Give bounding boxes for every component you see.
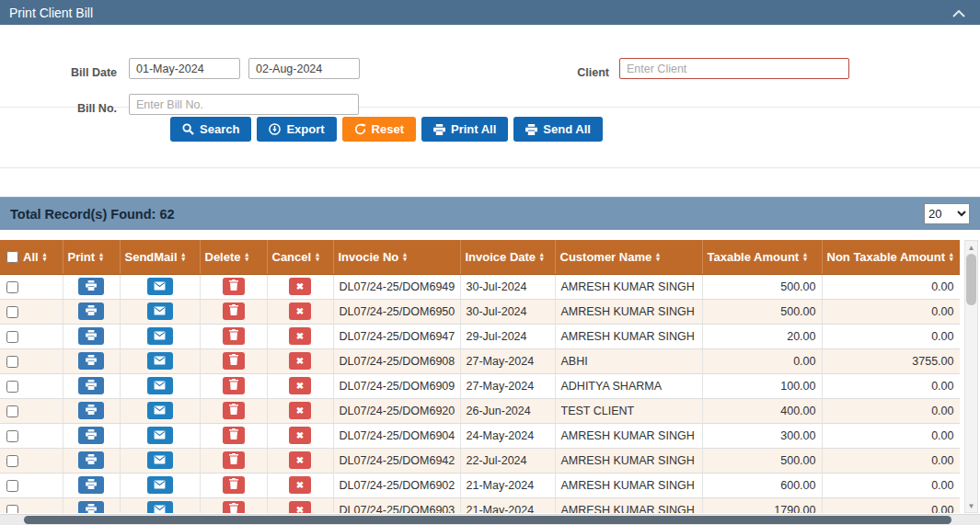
reset-button[interactable]: Reset xyxy=(342,117,416,142)
row-checkbox[interactable] xyxy=(6,331,18,343)
horizontal-scrollbar-thumb[interactable] xyxy=(24,516,951,524)
row-sendmail-button[interactable] xyxy=(147,451,173,469)
row-checkbox[interactable] xyxy=(6,455,18,467)
row-cancel-button[interactable]: ✖ xyxy=(289,352,311,370)
customer-name-cell: AMRESH KUMAR SINGH xyxy=(555,448,702,473)
row-sendmail-button[interactable] xyxy=(147,327,173,345)
row-print-button[interactable] xyxy=(78,427,104,444)
row-delete-button[interactable] xyxy=(223,427,245,444)
sort-icon[interactable]: ▴▾ xyxy=(43,252,47,261)
row-sendmail-button[interactable] xyxy=(147,402,173,419)
trash-icon xyxy=(229,329,238,343)
search-button[interactable]: Search xyxy=(170,117,251,142)
sort-icon[interactable]: ▴▾ xyxy=(99,252,103,261)
scroll-down-arrow-icon[interactable]: ▼ xyxy=(965,499,977,512)
row-print-button[interactable] xyxy=(78,377,104,394)
page-size-select[interactable]: 20 xyxy=(924,203,970,224)
row-delete-button[interactable] xyxy=(223,501,245,513)
row-delete-button[interactable] xyxy=(223,327,245,345)
row-sendmail-button[interactable] xyxy=(147,476,173,494)
send-all-button[interactable]: Send All xyxy=(513,117,603,142)
non-taxable-amount-cell: 0.00 xyxy=(822,448,960,473)
row-checkbox[interactable] xyxy=(6,505,18,513)
sort-icon[interactable]: ▴▾ xyxy=(246,252,249,261)
sort-icon[interactable]: ▴▾ xyxy=(403,252,407,261)
row-print-button[interactable] xyxy=(78,278,104,295)
sort-icon[interactable]: ▴▾ xyxy=(656,252,660,261)
row-print-button[interactable] xyxy=(78,327,104,345)
row-sendmail-button[interactable] xyxy=(147,377,173,394)
header-cancel[interactable]: Cancel▴▾ xyxy=(267,240,333,274)
trash-icon xyxy=(229,478,238,492)
header-invoice-no[interactable]: Invocie No▴▾ xyxy=(333,240,460,274)
header-customer-name[interactable]: Customer Name▴▾ xyxy=(555,240,702,274)
row-checkbox[interactable] xyxy=(6,381,18,393)
row-checkbox[interactable] xyxy=(6,281,18,293)
cancel-cell: ✖ xyxy=(267,497,333,513)
row-cancel-button[interactable]: ✖ xyxy=(289,427,311,444)
row-cancel-button[interactable]: ✖ xyxy=(289,327,311,345)
row-delete-button[interactable] xyxy=(223,476,245,494)
row-print-button[interactable] xyxy=(78,302,104,320)
select-all-checkbox[interactable] xyxy=(6,251,18,263)
row-cancel-button[interactable]: ✖ xyxy=(289,302,311,320)
row-sendmail-button[interactable] xyxy=(147,302,173,320)
row-cancel-button[interactable]: ✖ xyxy=(289,451,311,469)
sort-icon[interactable]: ▴▾ xyxy=(950,252,953,261)
row-checkbox[interactable] xyxy=(6,405,18,417)
row-checkbox-cell xyxy=(0,398,63,423)
row-sendmail-button[interactable] xyxy=(147,427,173,444)
row-print-button[interactable] xyxy=(78,476,104,494)
bill-no-input[interactable] xyxy=(129,94,359,115)
print-cell xyxy=(63,299,120,324)
row-print-button[interactable] xyxy=(78,352,104,370)
delete-cell xyxy=(200,497,267,513)
row-sendmail-button[interactable] xyxy=(147,278,173,295)
row-cancel-button[interactable]: ✖ xyxy=(289,501,311,513)
row-cancel-button[interactable]: ✖ xyxy=(289,402,311,419)
row-delete-button[interactable] xyxy=(223,278,245,295)
row-cancel-button[interactable]: ✖ xyxy=(289,476,311,494)
sort-icon[interactable]: ▴▾ xyxy=(182,252,186,261)
row-sendmail-button[interactable] xyxy=(147,352,173,370)
client-input[interactable] xyxy=(619,58,849,79)
export-button[interactable]: Export xyxy=(257,117,336,142)
row-delete-button[interactable] xyxy=(223,352,245,370)
row-delete-button[interactable] xyxy=(223,302,245,320)
sort-icon[interactable]: ▴▾ xyxy=(316,252,319,261)
row-print-button[interactable] xyxy=(78,402,104,419)
row-delete-button[interactable] xyxy=(223,377,245,394)
row-print-button[interactable] xyxy=(78,501,104,513)
print-all-button[interactable]: Print All xyxy=(421,117,508,142)
collapse-panel-button[interactable] xyxy=(952,6,965,20)
sort-icon[interactable]: ▴▾ xyxy=(540,252,544,261)
row-checkbox[interactable] xyxy=(6,430,18,442)
vertical-scrollbar[interactable]: ▲ ▼ xyxy=(964,240,978,513)
horizontal-scrollbar[interactable] xyxy=(0,514,980,525)
scroll-up-arrow-icon[interactable]: ▲ xyxy=(965,241,977,254)
bill-date-to-input[interactable] xyxy=(248,58,360,79)
row-checkbox[interactable] xyxy=(6,306,18,318)
row-checkbox-cell xyxy=(0,373,63,398)
row-checkbox[interactable] xyxy=(6,356,18,368)
table-row: ✖ DL07/24-25/DOM6950 30-Jul-2024 AMRESH … xyxy=(0,299,960,324)
row-delete-button[interactable] xyxy=(223,402,245,419)
row-cancel-button[interactable]: ✖ xyxy=(289,377,311,394)
row-delete-button[interactable] xyxy=(223,451,245,469)
sort-icon[interactable]: ▴▾ xyxy=(803,252,807,261)
header-invoice-date[interactable]: Invoice Date▴▾ xyxy=(460,240,555,274)
row-checkbox[interactable] xyxy=(6,480,18,492)
header-delete[interactable]: Delete▴▾ xyxy=(200,240,267,274)
header-sendmail[interactable]: SendMail▴▾ xyxy=(120,240,200,274)
bill-date-from-input[interactable] xyxy=(129,58,240,79)
header-non-taxable-amount[interactable]: Non Taxable Amount▴▾ xyxy=(822,240,960,274)
row-print-button[interactable] xyxy=(78,451,104,469)
header-taxable-amount[interactable]: Taxable Amount▴▾ xyxy=(702,240,822,274)
header-all[interactable]: All ▴▾ xyxy=(0,240,63,274)
trash-icon xyxy=(229,428,238,442)
vertical-scrollbar-thumb[interactable] xyxy=(966,254,976,305)
row-cancel-button[interactable]: ✖ xyxy=(289,278,311,295)
delete-cell xyxy=(200,324,267,348)
row-sendmail-button[interactable] xyxy=(147,501,173,513)
header-print[interactable]: Print▴▾ xyxy=(63,240,120,274)
